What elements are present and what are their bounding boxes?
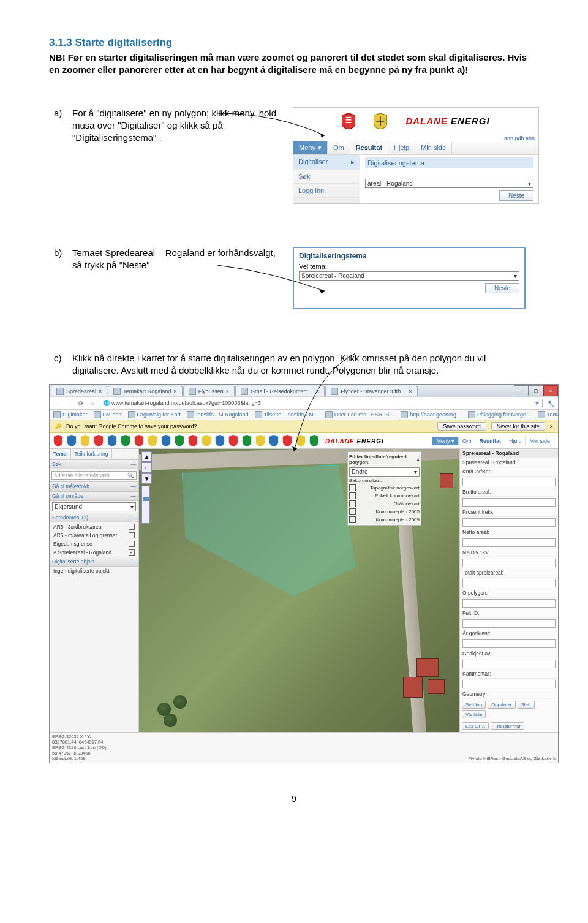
menu-button[interactable]: Meny ▾: [293, 141, 328, 154]
browser-tab[interactable]: Flybussen×: [183, 386, 235, 396]
area-header[interactable]: Gå til område—: [50, 491, 138, 501]
theme-select[interactable]: areal - Rogaland▾: [365, 179, 533, 188]
theme-select[interactable]: Spreieareal - Rogaland▾: [299, 271, 519, 281]
field-input[interactable]: [462, 478, 556, 486]
tab-hjelp[interactable]: Hjelp: [505, 437, 526, 445]
field-input[interactable]: [462, 559, 556, 567]
bookmark-item[interactable]: Innsida FM Rogaland: [187, 411, 249, 418]
field-input[interactable]: [462, 680, 556, 688]
close-button[interactable]: ×: [543, 385, 558, 396]
minimize-button[interactable]: —: [514, 385, 529, 396]
field-input[interactable]: [462, 599, 556, 608]
bg-row[interactable]: Kommuneplan 2005: [349, 508, 420, 516]
bg-row[interactable]: Kommuneplan 2009: [349, 516, 420, 524]
globe-icon[interactable]: ○: [141, 462, 152, 473]
neste-button[interactable]: Neste: [499, 190, 533, 201]
menu-item-digitaliser[interactable]: Digitaliser▸: [293, 155, 360, 170]
shield-icon: [342, 113, 355, 129]
home-icon[interactable]: ⌂: [88, 399, 96, 407]
pan-up-icon[interactable]: ▲: [141, 451, 152, 462]
insert-button[interactable]: Sett inn: [462, 701, 486, 709]
latlon-value: 58.47057, 6.03466: [52, 750, 108, 756]
neste-button[interactable]: Neste: [485, 283, 519, 293]
scale-header[interactable]: Gå til målestokk—: [50, 481, 138, 491]
url-input[interactable]: 🌐 www.temakart-rogaland.no/default.aspx?…: [100, 399, 543, 407]
tab-om[interactable]: Om: [459, 437, 476, 445]
field-input[interactable]: [462, 538, 556, 547]
close-icon[interactable]: ×: [550, 423, 553, 429]
close-icon[interactable]: ×: [173, 388, 176, 394]
tab-om[interactable]: Om: [328, 141, 350, 154]
layer-row[interactable]: Eigedomsgrense: [50, 540, 138, 548]
search-input[interactable]: Adresse eller stedsnavn🔍: [51, 471, 137, 480]
layer-row[interactable]: A Spreieareal - Rogaland✓: [50, 548, 138, 557]
map-controls[interactable]: ▲ ○ ▼: [141, 451, 152, 524]
gpx-button[interactable]: Les GPX: [462, 722, 489, 730]
never-password-button[interactable]: Never for this site: [491, 422, 545, 431]
pan-down-icon[interactable]: ▼: [141, 473, 152, 484]
bg-row[interactable]: Topografisk norgeskart: [349, 484, 420, 492]
field-input[interactable]: [462, 660, 556, 668]
close-icon[interactable]: ×: [409, 388, 412, 394]
bookmark-item[interactable]: Digimaker: [53, 411, 88, 418]
bookmark-item[interactable]: Pålogging for Norge…: [468, 411, 532, 418]
field-input[interactable]: [462, 579, 556, 587]
zoom-slider[interactable]: [141, 486, 150, 524]
layer-row[interactable]: AR5 - m/areatall og grenser: [50, 531, 138, 540]
menu-button[interactable]: Meny ▾: [432, 437, 459, 445]
reload-icon[interactable]: ⟳: [77, 399, 85, 407]
field-label: O polygon:: [460, 589, 558, 598]
showlist-button[interactable]: Vis liste: [462, 710, 486, 718]
update-button[interactable]: Oppdater: [488, 701, 515, 709]
back-icon[interactable]: ←: [53, 399, 61, 407]
field-label: Netto areal:: [460, 528, 558, 537]
field-input[interactable]: [462, 619, 556, 628]
menu-item-sok[interactable]: Søk: [293, 170, 360, 184]
forward-icon[interactable]: →: [65, 399, 73, 407]
spredeareal-header[interactable]: Spredeareal (1)—: [50, 513, 138, 522]
left-panel: Tema Teiknforklaring Søk— Adresse eller …: [50, 449, 139, 732]
tab-minside[interactable]: Min side: [526, 437, 554, 445]
bookmark-item[interactable]: Tilsette - Innside FM…: [255, 411, 319, 418]
close-icon[interactable]: ×: [417, 457, 420, 462]
tab-resultat[interactable]: Resultat: [475, 437, 505, 445]
map-canvas[interactable]: ▲ ○ ▼ Editer linje/flate/regulært polygo…: [139, 449, 459, 732]
field-input[interactable]: [462, 498, 556, 507]
browser-tab[interactable]: Flytider - Stavanger lufth…×: [325, 386, 417, 396]
close-icon[interactable]: ×: [316, 388, 319, 394]
tab-minside[interactable]: Min side: [415, 141, 452, 154]
tab-resultat[interactable]: Resultat: [350, 141, 388, 154]
browser-tab[interactable]: Gmail - Reisedokument…×: [235, 386, 325, 396]
bookmark-item[interactable]: http://baat.geonorg…: [401, 411, 462, 418]
area-select[interactable]: Eigersund▾: [52, 502, 136, 511]
tab-hjelp[interactable]: Hjelp: [388, 141, 415, 154]
bookmark-star-icon[interactable]: ★: [535, 400, 540, 406]
browser-tab[interactable]: Spredeareal×: [51, 386, 107, 396]
left-tab-legend[interactable]: Teiknforklaring: [71, 449, 113, 459]
browser-tab[interactable]: Temakart Rogaland×: [108, 386, 182, 396]
close-icon[interactable]: ×: [226, 388, 229, 394]
bookmark-item[interactable]: Temakart Rogaland: [538, 411, 558, 418]
bookmark-item[interactable]: User Forums - ESRI S…: [325, 411, 395, 418]
field-input[interactable]: [462, 639, 556, 648]
bookmark-item[interactable]: FM-nett: [94, 411, 122, 418]
edit-panel-header: Editer linje/flate/regulært polygon:×: [349, 453, 420, 465]
maximize-button[interactable]: □: [529, 385, 543, 396]
result-panel: Spreieareal - Rogaland Spreieareal i Rog…: [459, 449, 558, 732]
left-tab-tema[interactable]: Tema: [50, 449, 71, 459]
transform-button[interactable]: Transformer: [491, 722, 524, 730]
wrench-icon[interactable]: 🔧: [546, 399, 554, 407]
action-select[interactable]: Endre▾: [349, 467, 420, 477]
section-heading: 3.1.3 Starte digitalisering: [49, 37, 539, 49]
layer-row[interactable]: AR5 - Jordbruksareal: [50, 522, 138, 531]
menu-item-digitaliseringstema[interactable]: Digitaliseringstema: [365, 157, 533, 168]
close-icon[interactable]: ×: [99, 388, 102, 394]
field-input[interactable]: [462, 518, 556, 527]
bg-row[interactable]: Gråtonekart: [349, 500, 420, 508]
bg-row[interactable]: Enkelt kommunekart: [349, 492, 420, 500]
delete-button[interactable]: Slett: [518, 701, 535, 709]
bookmark-item[interactable]: Fagutvalg for Kart: [128, 411, 181, 418]
shield-icon: [161, 435, 171, 446]
menu-item-logginn[interactable]: Logg inn: [293, 184, 360, 198]
save-password-button[interactable]: Save password: [437, 422, 486, 431]
